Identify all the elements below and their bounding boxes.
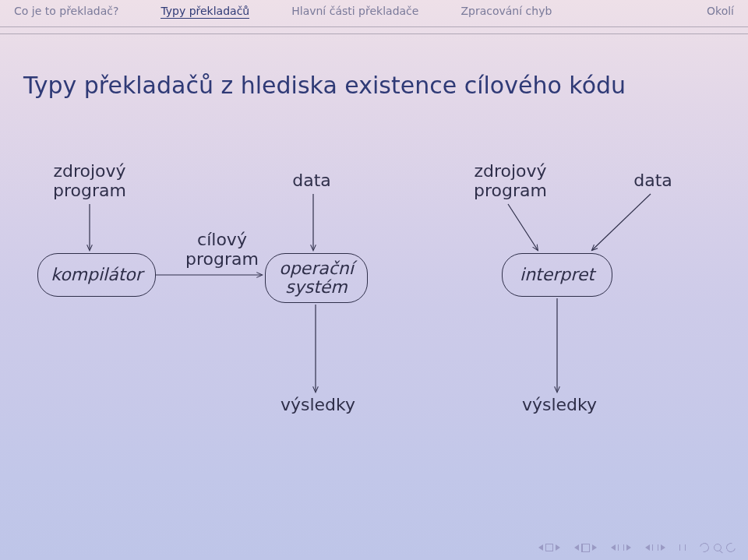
section-nav: Co je to překladač? Typy překladačů Hlav…: [0, 0, 748, 26]
nav-item-0[interactable]: Co je to překladač?: [14, 5, 118, 17]
nav-end-icon[interactable]: [679, 544, 686, 551]
search-icon[interactable]: [714, 544, 722, 551]
diagram-arrows: [23, 161, 725, 496]
nav-item-1[interactable]: Typy překladačů: [161, 5, 249, 19]
nav-item-2[interactable]: Hlavní části překladače: [291, 5, 418, 17]
beamer-footer-controls: [538, 543, 736, 552]
nav-first-icon[interactable]: [538, 544, 560, 551]
svg-line-4: [508, 204, 538, 250]
nav-item-3[interactable]: Zpracování chyb: [460, 5, 552, 17]
nav-back-icon[interactable]: [611, 544, 631, 551]
nav-prev-icon[interactable]: [574, 544, 597, 552]
diagram: zdrojový program kompilátor cílový progr…: [23, 161, 725, 496]
nav-item-4[interactable]: Okolí: [707, 5, 734, 17]
redo-icon[interactable]: [725, 541, 737, 554]
nav-forward-icon[interactable]: [645, 544, 665, 551]
svg-line-5: [592, 194, 651, 250]
page-title: Typy překladačů z hlediska existence cíl…: [23, 72, 748, 99]
refresh-icon[interactable]: [698, 541, 711, 554]
